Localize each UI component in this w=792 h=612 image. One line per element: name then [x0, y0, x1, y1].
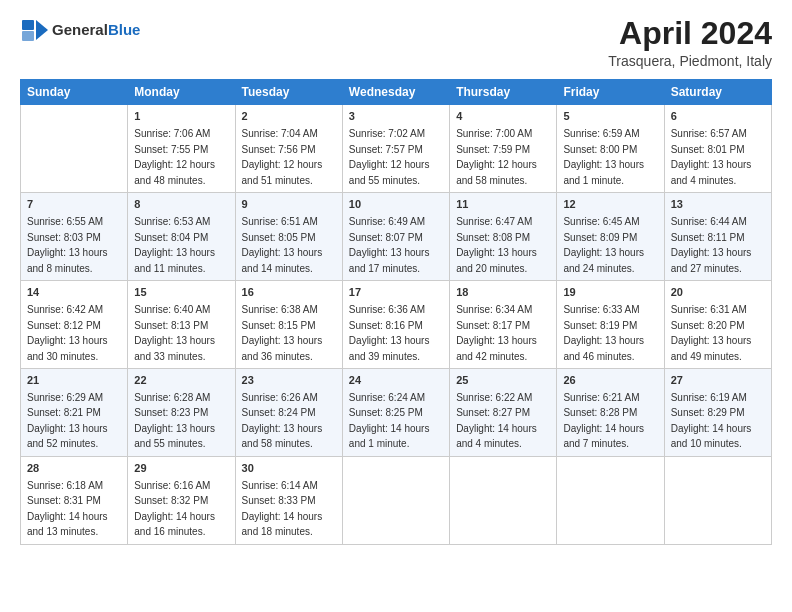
- week-row-5: 28Sunrise: 6:18 AMSunset: 8:31 PMDayligh…: [21, 456, 772, 544]
- day-number: 13: [671, 197, 765, 213]
- day-number: 15: [134, 285, 228, 301]
- day-cell: 10Sunrise: 6:49 AMSunset: 8:07 PMDayligh…: [342, 193, 449, 281]
- day-number: 2: [242, 109, 336, 125]
- day-cell: [557, 456, 664, 544]
- day-number: 27: [671, 373, 765, 389]
- day-cell: 30Sunrise: 6:14 AMSunset: 8:33 PMDayligh…: [235, 456, 342, 544]
- week-row-3: 14Sunrise: 6:42 AMSunset: 8:12 PMDayligh…: [21, 281, 772, 369]
- day-cell: [664, 456, 771, 544]
- day-number: 20: [671, 285, 765, 301]
- day-cell: 14Sunrise: 6:42 AMSunset: 8:12 PMDayligh…: [21, 281, 128, 369]
- svg-rect-0: [22, 20, 34, 30]
- day-info: Sunrise: 7:02 AMSunset: 7:57 PMDaylight:…: [349, 128, 430, 186]
- day-number: 7: [27, 197, 121, 213]
- logo-general: General: [52, 21, 108, 38]
- day-number: 28: [27, 461, 121, 477]
- day-number: 30: [242, 461, 336, 477]
- day-number: 18: [456, 285, 550, 301]
- day-info: Sunrise: 6:45 AMSunset: 8:09 PMDaylight:…: [563, 216, 644, 274]
- day-number: 6: [671, 109, 765, 125]
- day-number: 9: [242, 197, 336, 213]
- subtitle: Trasquera, Piedmont, Italy: [608, 53, 772, 69]
- day-info: Sunrise: 6:31 AMSunset: 8:20 PMDaylight:…: [671, 304, 752, 362]
- day-info: Sunrise: 6:34 AMSunset: 8:17 PMDaylight:…: [456, 304, 537, 362]
- day-number: 8: [134, 197, 228, 213]
- day-number: 24: [349, 373, 443, 389]
- day-cell: 11Sunrise: 6:47 AMSunset: 8:08 PMDayligh…: [450, 193, 557, 281]
- col-thursday: Thursday: [450, 80, 557, 105]
- day-info: Sunrise: 6:33 AMSunset: 8:19 PMDaylight:…: [563, 304, 644, 362]
- day-cell: 4Sunrise: 7:00 AMSunset: 7:59 PMDaylight…: [450, 105, 557, 193]
- day-info: Sunrise: 6:19 AMSunset: 8:29 PMDaylight:…: [671, 392, 752, 450]
- day-number: 29: [134, 461, 228, 477]
- day-cell: 2Sunrise: 7:04 AMSunset: 7:56 PMDaylight…: [235, 105, 342, 193]
- day-number: 26: [563, 373, 657, 389]
- day-cell: 1Sunrise: 7:06 AMSunset: 7:55 PMDaylight…: [128, 105, 235, 193]
- col-wednesday: Wednesday: [342, 80, 449, 105]
- day-info: Sunrise: 6:21 AMSunset: 8:28 PMDaylight:…: [563, 392, 644, 450]
- day-number: 3: [349, 109, 443, 125]
- day-number: 14: [27, 285, 121, 301]
- day-cell: 23Sunrise: 6:26 AMSunset: 8:24 PMDayligh…: [235, 369, 342, 457]
- logo-icon: [20, 16, 48, 44]
- week-row-4: 21Sunrise: 6:29 AMSunset: 8:21 PMDayligh…: [21, 369, 772, 457]
- day-info: Sunrise: 7:00 AMSunset: 7:59 PMDaylight:…: [456, 128, 537, 186]
- logo-blue: Blue: [108, 21, 141, 38]
- day-cell: 18Sunrise: 6:34 AMSunset: 8:17 PMDayligh…: [450, 281, 557, 369]
- day-cell: 8Sunrise: 6:53 AMSunset: 8:04 PMDaylight…: [128, 193, 235, 281]
- col-tuesday: Tuesday: [235, 80, 342, 105]
- day-number: 12: [563, 197, 657, 213]
- day-info: Sunrise: 6:42 AMSunset: 8:12 PMDaylight:…: [27, 304, 108, 362]
- col-friday: Friday: [557, 80, 664, 105]
- day-number: 16: [242, 285, 336, 301]
- day-number: 10: [349, 197, 443, 213]
- day-number: 21: [27, 373, 121, 389]
- col-sunday: Sunday: [21, 80, 128, 105]
- day-cell: 28Sunrise: 6:18 AMSunset: 8:31 PMDayligh…: [21, 456, 128, 544]
- day-number: 23: [242, 373, 336, 389]
- day-cell: 6Sunrise: 6:57 AMSunset: 8:01 PMDaylight…: [664, 105, 771, 193]
- calendar-body: 1Sunrise: 7:06 AMSunset: 7:55 PMDaylight…: [21, 105, 772, 545]
- svg-rect-1: [22, 31, 34, 41]
- col-saturday: Saturday: [664, 80, 771, 105]
- day-number: 22: [134, 373, 228, 389]
- day-info: Sunrise: 6:18 AMSunset: 8:31 PMDaylight:…: [27, 480, 108, 538]
- main-title: April 2024: [608, 16, 772, 51]
- day-cell: 20Sunrise: 6:31 AMSunset: 8:20 PMDayligh…: [664, 281, 771, 369]
- day-info: Sunrise: 6:55 AMSunset: 8:03 PMDaylight:…: [27, 216, 108, 274]
- day-info: Sunrise: 6:22 AMSunset: 8:27 PMDaylight:…: [456, 392, 537, 450]
- day-info: Sunrise: 6:29 AMSunset: 8:21 PMDaylight:…: [27, 392, 108, 450]
- day-cell: [21, 105, 128, 193]
- calendar-header: Sunday Monday Tuesday Wednesday Thursday…: [21, 80, 772, 105]
- day-cell: 7Sunrise: 6:55 AMSunset: 8:03 PMDaylight…: [21, 193, 128, 281]
- day-cell: [450, 456, 557, 544]
- day-info: Sunrise: 7:06 AMSunset: 7:55 PMDaylight:…: [134, 128, 215, 186]
- day-number: 11: [456, 197, 550, 213]
- day-cell: 27Sunrise: 6:19 AMSunset: 8:29 PMDayligh…: [664, 369, 771, 457]
- day-number: 5: [563, 109, 657, 125]
- day-info: Sunrise: 6:49 AMSunset: 8:07 PMDaylight:…: [349, 216, 430, 274]
- header-row: Sunday Monday Tuesday Wednesday Thursday…: [21, 80, 772, 105]
- day-number: 25: [456, 373, 550, 389]
- day-cell: 29Sunrise: 6:16 AMSunset: 8:32 PMDayligh…: [128, 456, 235, 544]
- week-row-1: 1Sunrise: 7:06 AMSunset: 7:55 PMDaylight…: [21, 105, 772, 193]
- day-info: Sunrise: 6:38 AMSunset: 8:15 PMDaylight:…: [242, 304, 323, 362]
- day-cell: 22Sunrise: 6:28 AMSunset: 8:23 PMDayligh…: [128, 369, 235, 457]
- title-block: April 2024 Trasquera, Piedmont, Italy: [608, 16, 772, 69]
- day-info: Sunrise: 6:53 AMSunset: 8:04 PMDaylight:…: [134, 216, 215, 274]
- day-cell: 9Sunrise: 6:51 AMSunset: 8:05 PMDaylight…: [235, 193, 342, 281]
- day-info: Sunrise: 6:47 AMSunset: 8:08 PMDaylight:…: [456, 216, 537, 274]
- day-cell: 24Sunrise: 6:24 AMSunset: 8:25 PMDayligh…: [342, 369, 449, 457]
- svg-marker-2: [36, 20, 48, 40]
- day-cell: 25Sunrise: 6:22 AMSunset: 8:27 PMDayligh…: [450, 369, 557, 457]
- day-number: 4: [456, 109, 550, 125]
- day-info: Sunrise: 6:36 AMSunset: 8:16 PMDaylight:…: [349, 304, 430, 362]
- week-row-2: 7Sunrise: 6:55 AMSunset: 8:03 PMDaylight…: [21, 193, 772, 281]
- day-cell: 21Sunrise: 6:29 AMSunset: 8:21 PMDayligh…: [21, 369, 128, 457]
- day-info: Sunrise: 6:51 AMSunset: 8:05 PMDaylight:…: [242, 216, 323, 274]
- day-info: Sunrise: 6:24 AMSunset: 8:25 PMDaylight:…: [349, 392, 430, 450]
- logo: GeneralBlue: [20, 16, 140, 44]
- day-cell: 17Sunrise: 6:36 AMSunset: 8:16 PMDayligh…: [342, 281, 449, 369]
- day-cell: 3Sunrise: 7:02 AMSunset: 7:57 PMDaylight…: [342, 105, 449, 193]
- day-info: Sunrise: 6:14 AMSunset: 8:33 PMDaylight:…: [242, 480, 323, 538]
